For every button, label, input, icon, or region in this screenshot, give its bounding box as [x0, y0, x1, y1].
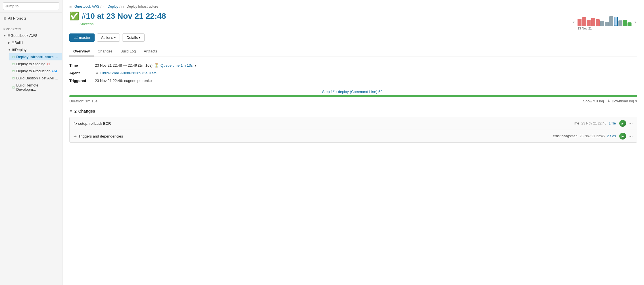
all-projects-item[interactable]: ⊞ All Projects: [0, 15, 62, 22]
change-timestamp-2: 23 Nov 21 22:45: [580, 134, 605, 138]
sidebar-item-deploy-staging[interactable]: □ Deploy to Staging +1: [9, 60, 62, 67]
duration-label: Duration: 1m 16s: [69, 99, 97, 103]
search-input[interactable]: [3, 2, 59, 10]
breadcrumb-square-icon: □: [122, 5, 125, 8]
square-icon-remote: □: [12, 85, 14, 89]
tab-overview[interactable]: Overview: [69, 47, 94, 56]
triggered-value: 23 Nov 21 22:46: eugene.petrenko: [95, 79, 152, 83]
all-projects-label: All Projects: [8, 16, 26, 20]
sidebar-item-deploy-production[interactable]: □ Deploy to Production +64: [9, 67, 62, 75]
build-arrow: ▶: [8, 41, 10, 44]
more-button-1[interactable]: ⋯: [628, 121, 633, 126]
more-button-2[interactable]: ⋯: [628, 134, 633, 139]
chart-bar-9[interactable]: [618, 20, 622, 26]
deploy-production-label: Deploy to Production: [16, 69, 51, 73]
grid-icon: ⊞: [7, 33, 11, 38]
actions-button[interactable]: Actions ▾: [97, 33, 120, 42]
chart-bar-7[interactable]: [609, 16, 613, 26]
build-bastion-label: Build Bastion Host AMI ...: [16, 76, 58, 80]
sidebar-item-build-remote[interactable]: □ Build Remote Developm...: [9, 82, 62, 93]
change-meta-2: ernst.haagsman 23 Nov 21 22:45 2 files: [553, 134, 616, 138]
breadcrumb-guestbook[interactable]: Guestbook AWS: [74, 5, 99, 9]
agent-link[interactable]: Linux-Small-i-0eb62836975a81afc: [100, 71, 157, 75]
guestbook-aws-group[interactable]: ▼ ⊞ Guestbook AWS: [0, 32, 62, 39]
deploy-staging-label: Deploy to Staging: [16, 62, 45, 66]
deploy-group-label: Deploy: [15, 48, 26, 52]
change-text-1: fix setup, rollback ECR: [74, 121, 111, 126]
breadcrumb-sep1: /: [101, 5, 101, 9]
time-row: Time 23 Nov 21 22:48 — 22:49 (1m 16s) ⏳ …: [69, 62, 637, 69]
download-log-button[interactable]: ⬇ Download log ▾: [607, 99, 637, 103]
changes-count: 2: [74, 109, 77, 113]
actions-arrow: ▾: [114, 36, 116, 39]
play-button-2[interactable]: ▶: [619, 133, 626, 140]
change-author-2: ernst.haagsman: [553, 134, 578, 138]
projects-section-title: PROJECTS: [0, 26, 62, 32]
info-table: Time 23 Nov 21 22:48 — 22:49 (1m 16s) ⏳ …: [69, 62, 637, 85]
change-files-1: 1 file: [609, 121, 616, 125]
breadcrumb-deploy[interactable]: Deploy: [108, 5, 118, 9]
deploy-staging-badge: +1: [47, 62, 50, 66]
chart-area: 13 Nov 21: [578, 14, 632, 30]
chart-bar-1[interactable]: [582, 17, 586, 26]
build-group-header[interactable]: ▶ ⊞ Build: [5, 39, 62, 46]
guestbook-subgroup: ▶ ⊞ Build ▼ ⊞ Deploy □ Deploy Infrastruc…: [0, 39, 62, 93]
change-title-2: ⇌ Triggers and dependencies: [74, 134, 553, 138]
time-value: 23 Nov 21 22:48 — 22:49 (1m 16s) ⏳ Queue…: [95, 63, 197, 67]
breadcrumb-sep2: /: [119, 5, 120, 9]
tabs: Overview Changes Build Log Artifacts: [69, 47, 637, 56]
page-header: ✅ #10 at 23 Nov 21 22:48 Success ‹ 13 No…: [69, 11, 637, 30]
tab-changes[interactable]: Changes: [94, 47, 116, 56]
download-arrow: ▾: [635, 99, 637, 103]
deploy-production-badge: +64: [52, 69, 57, 73]
play-button-1[interactable]: ▶: [619, 120, 626, 127]
main-content: ⊞ Guestbook AWS / ⊞ Deploy / □ Deploy In…: [62, 0, 644, 285]
chart-bar-8[interactable]: [614, 17, 618, 26]
chart-bar-2[interactable]: [587, 20, 591, 26]
chart-bar-6[interactable]: [605, 22, 609, 26]
tab-artifacts[interactable]: Artifacts: [140, 47, 161, 56]
grid-icon: ⊞: [3, 16, 6, 20]
chart-bar-4[interactable]: [596, 19, 600, 26]
details-button[interactable]: Details ▾: [122, 33, 145, 42]
change-title-1: fix setup, rollback ECR: [74, 121, 574, 126]
mini-chart-container: ‹ 13 Nov 21 ›: [572, 14, 637, 30]
branch-label: master: [79, 35, 90, 40]
change-row-2: ⇌ Triggers and dependencies ernst.haagsm…: [70, 130, 637, 142]
all-projects-section: ⊞ All Projects: [0, 12, 62, 24]
step-label: Step 1/1: deploy (Command Line) 59s: [69, 90, 637, 94]
sidebar: ⊞ All Projects PROJECTS ▼ ⊞ Guestbook AW…: [0, 0, 62, 285]
guestbook-aws-label: Guestbook AWS: [11, 33, 37, 38]
tab-build-log[interactable]: Build Log: [116, 47, 140, 56]
deploy-group-header[interactable]: ▼ ⊞ Deploy: [5, 46, 62, 53]
step-section: Step 1/1: deploy (Command Line) 59s Dura…: [69, 90, 637, 103]
changes-collapse-icon: ▼: [69, 109, 73, 113]
queue-link[interactable]: Queue time 1m 13s: [161, 63, 193, 67]
breadcrumb-grid-icon2: ⊞: [103, 5, 106, 8]
change-row-1: fix setup, rollback ECR me 23 Nov 21 22:…: [70, 117, 637, 130]
changes-header[interactable]: ▼ 2 Changes: [69, 109, 637, 113]
chart-next-button[interactable]: ›: [633, 19, 637, 25]
agent-value: 🖥 Linux-Small-i-0eb62836975a81afc: [95, 71, 157, 75]
agent-terminal-icon: 🖥: [95, 71, 99, 75]
square-icon-bastion: □: [12, 76, 14, 80]
chart-bar-10[interactable]: [623, 20, 627, 26]
change-timestamp-1: 23 Nov 21 22:46: [582, 121, 607, 125]
change-author-1: me: [574, 121, 579, 125]
chart-bar-3[interactable]: [591, 18, 595, 26]
sidebar-item-build-bastion[interactable]: □ Build Bastion Host AMI ...: [9, 75, 62, 82]
chart-bar-11[interactable]: [628, 22, 632, 26]
title-section: ✅ #10 at 23 Nov 21 22:48 Success: [69, 11, 166, 26]
agent-label: Agent: [69, 71, 95, 75]
branch-button[interactable]: ⎇ master: [69, 33, 95, 42]
chart-prev-button[interactable]: ‹: [572, 19, 576, 25]
agent-row: Agent 🖥 Linux-Small-i-0eb62836975a81afc: [69, 69, 637, 77]
overview-content: Time 23 Nov 21 22:48 — 22:49 (1m 16s) ⏳ …: [69, 62, 637, 143]
sidebar-item-deploy-infrastructure[interactable]: □ Deploy Infrastructure ...: [9, 53, 62, 60]
search-container: [0, 0, 62, 12]
show-full-log-link[interactable]: Show full log: [583, 99, 604, 103]
chart-bar-5[interactable]: [600, 21, 604, 26]
queue-arrow: ▾: [195, 63, 197, 67]
trigger-icon: ⇌: [74, 134, 77, 138]
chart-bar-0[interactable]: [578, 19, 582, 26]
